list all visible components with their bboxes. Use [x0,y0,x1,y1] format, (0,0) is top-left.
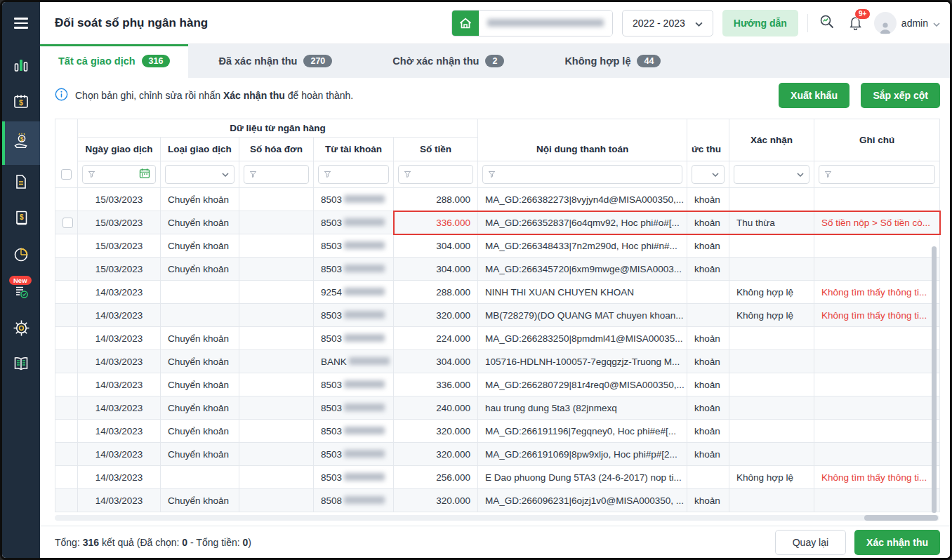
home-icon [452,11,479,36]
new-badge: New [9,276,32,285]
cell-note [814,327,940,350]
sidebar-item-reports[interactable] [2,238,40,274]
vertical-scrollbar-thumb[interactable] [932,246,937,513]
svg-text:$: $ [20,135,24,142]
cell-from-account: 8503 [314,466,394,489]
cell-amount: 336.000 [394,211,478,234]
filter-invoice-input[interactable] [244,165,309,184]
pie-chart-icon [13,246,29,266]
cell-invoice-number [239,420,314,443]
cell-from-account: 8508 [314,489,394,512]
cell-amount: 320.000 [394,304,478,327]
sidebar-item-fee-book[interactable]: $ [2,201,40,238]
filter-note-input[interactable] [819,165,935,184]
row-select-cell [55,466,78,489]
horizontal-scrollbar[interactable] [55,515,939,521]
menu-toggle-icon[interactable] [2,2,40,44]
row-checkbox[interactable] [62,218,73,228]
horizontal-scrollbar-thumb[interactable] [864,515,938,521]
cell-transaction-date: 15/03/2023 [78,188,161,211]
sidebar-item-documents[interactable] [2,165,40,201]
cell-invoice-number [239,350,314,373]
table-row[interactable]: 14/03/20238503320.000MB(728279)(DO QUANG… [55,304,940,327]
column-header-amount: Số tiền [394,138,478,161]
masked-text [487,19,604,27]
tab-pending[interactable]: Chờ xác nhận thu 2 [362,44,534,78]
user-menu[interactable]: admin [874,12,940,34]
select-all-checkbox[interactable] [61,169,72,180]
cell-transaction-type [161,281,239,304]
table-row[interactable]: 14/03/2023Chuyển khoản8503224.000MA_GD:2… [55,327,940,350]
cell-confirm-status [729,489,814,512]
table-row[interactable]: 15/03/2023Chuyển khoản8503336.000MA_GD:2… [55,211,940,234]
arrange-columns-button[interactable]: Sắp xếp cột [861,83,940,108]
sidebar-item-approvals[interactable]: New [2,274,40,311]
guide-button[interactable]: Hướng dẫn [722,10,798,36]
cell-transaction-date: 14/03/2023 [78,396,161,420]
table-row[interactable]: 15/03/2023Chuyển khoản8503304.000MA_GD:2… [55,258,940,281]
sidebar-item-settings[interactable] [2,311,40,347]
cell-amount: 336.000 [394,373,478,396]
cell-note [814,420,940,443]
school-year-select[interactable]: 2022 - 2023 [622,10,713,36]
notifications-button[interactable]: 9+ [846,13,865,34]
cell-transaction-type: Chuyển khoản [161,234,239,258]
filter-confirm-select[interactable] [734,165,809,184]
footer-actions: Quay lại Xác nhận thu [775,530,940,555]
row-select-cell [55,304,78,327]
table-row[interactable]: 15/03/2023Chuyển khoản8503304.000MA_GD:2… [55,234,940,258]
table-row[interactable]: 14/03/2023Chuyển khoảnBANK304.000105716-… [55,350,940,373]
filter-account-input[interactable] [318,165,389,184]
filter-content-input[interactable] [482,165,682,184]
filter-date-input[interactable] [82,165,156,184]
cell-payment-content: MB(728279)(DO QUANG MAT chuyen khoan... [478,304,687,327]
filter-amount-input[interactable] [398,165,473,184]
table-row[interactable]: 14/03/2023Chuyển khoản8503336.000MA_GD:2… [55,373,940,396]
sidebar-item-dashboard[interactable] [2,48,40,85]
cell-note [814,373,940,396]
table-row[interactable]: 14/03/20239254288.000NINH THI XUAN CHUYE… [55,281,940,304]
tab-invalid[interactable]: Không hợp lệ 44 [534,44,691,78]
table-row[interactable]: 14/03/2023Chuyển khoản8503240.000hau tru… [55,396,940,420]
table-row[interactable]: 14/03/2023Chuyển khoản8503320.000MA_GD:2… [55,420,940,443]
sidebar-item-bank-reconciliation[interactable]: $ [2,121,40,165]
back-button[interactable]: Quay lại [775,530,846,555]
cell-transaction-type: Chuyển khoản [161,350,239,373]
table-row[interactable]: 14/03/2023Chuyển khoản8503320.000MA_GD:2… [55,443,940,466]
page-title: Đối soát sổ phụ ngân hàng [55,16,208,30]
cell-collection-method [687,466,729,489]
row-select-cell [55,489,78,512]
filter-type-select[interactable] [165,165,234,184]
tab-count-badge: 316 [142,55,171,67]
confirm-collection-button[interactable]: Xác nhận thu [854,530,940,555]
cell-payment-content: E Dao phuong Dung 5TA3 (24-6-2017) nop t… [478,466,687,489]
cell-amount: 256.000 [394,466,478,489]
sidebar-item-catalog[interactable] [2,347,40,384]
cell-confirm-status [729,396,814,420]
cell-from-account: 8503 [314,258,394,281]
table-row[interactable]: 14/03/20238503256.000E Dao phuong Dung 5… [55,466,940,489]
cell-invoice-number [239,443,314,466]
tab-confirmed[interactable]: Đã xác nhận thu 270 [188,44,362,78]
school-name-masked [479,11,612,36]
masked-account-digits [344,334,385,342]
cell-collection-method: khoản [687,327,729,350]
sidebar-item-fee-schedule[interactable]: $ [2,85,40,121]
sidebar: $ $ $ [2,2,40,558]
tab-label: Tất cả giao dịch [58,55,135,67]
masked-account-digits [344,195,385,203]
tab-all-transactions[interactable]: Tất cả giao dịch 316 [40,44,188,78]
row-select-cell [55,281,78,304]
tab-count-badge: 2 [485,55,504,67]
table-row[interactable]: 15/03/2023Chuyển khoản8503288.000MA_GD:2… [55,188,940,211]
gear-icon [13,319,30,340]
export-button[interactable]: Xuất khẩu [779,83,849,108]
cell-from-account: BANK [314,350,394,373]
table-row[interactable]: 14/03/2023Chuyển khoản8508320.000MA_GD:2… [55,489,940,512]
cell-from-account: 8503 [314,234,394,258]
filter-method-select[interactable] [692,165,725,184]
search-button[interactable] [817,12,837,34]
cell-collection-method [687,281,729,304]
school-selector[interactable] [451,10,613,36]
cell-transaction-date: 14/03/2023 [78,304,161,327]
